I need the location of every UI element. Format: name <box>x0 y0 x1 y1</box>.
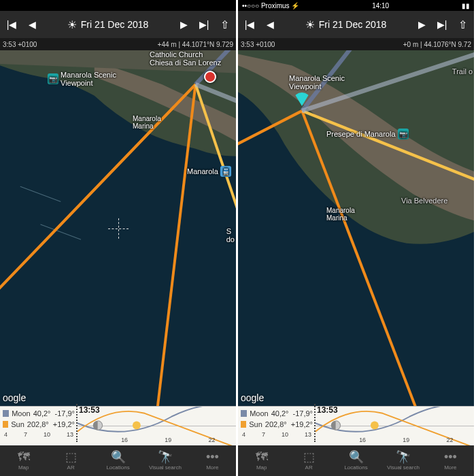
more-icon: ••• <box>206 451 219 463</box>
tab-more[interactable]: •••More <box>427 445 474 476</box>
share-button[interactable]: ⇧ <box>216 16 233 33</box>
tab-visual-search[interactable]: 🔭Visual search <box>379 445 426 476</box>
timeline-curves: 16 19 22 <box>316 407 474 445</box>
status-bar: ••○○○ Proximus ⚡ 14:10 ▮▮ <box>238 0 474 11</box>
map-pin-observer[interactable] <box>294 92 310 106</box>
skip-next-button[interactable]: ▶| <box>433 16 451 33</box>
legend-moon-row: Moon 40,2°-17,9° <box>3 408 75 419</box>
tab-ar[interactable]: ⬚AR <box>47 445 94 476</box>
map-pin-target[interactable] <box>204 71 216 83</box>
camera-icon: 📷 <box>48 73 58 84</box>
poi-viewpoint[interactable]: Manarola Scenic Viewpoint <box>289 74 345 90</box>
legend-sun-row: Sun 202,8°+19,2° <box>3 419 75 430</box>
tab-visual-search[interactable]: 🔭Visual search <box>141 445 188 476</box>
cube-icon: ⬚ <box>303 451 315 463</box>
poi-station[interactable]: Manarola 🚆 <box>187 166 231 177</box>
ephemeris-panel: Moon 40,2°-17,9° Sun 202,8°+19,2° 4 7 10… <box>238 406 474 445</box>
status-time: 14:10 <box>372 2 389 10</box>
train-icon: 🚆 <box>220 166 231 177</box>
poi-trail: Trail o <box>452 67 473 75</box>
cube-icon: ⬚ <box>65 451 77 463</box>
map-attribution: oogle <box>241 392 264 403</box>
svg-text:16: 16 <box>359 437 366 443</box>
search-icon: 🔍 <box>111 451 126 463</box>
info-coords: +44 m | 44.1071°N 9.729 <box>158 41 233 48</box>
date-bar: |◀ ◀ Fri 21 Dec 2018 ▶ ▶| ⇧ <box>238 11 474 38</box>
moon-swatch <box>3 410 9 417</box>
info-time: 3:53 +0100 <box>3 41 37 48</box>
sun-marker <box>133 422 141 430</box>
ephemeris-legend: Moon 40,2°-17,9° Sun 202,8°+19,2° 4 7 10… <box>0 407 78 445</box>
time-flag: 13:53 <box>79 405 100 415</box>
poi-viewpoint[interactable]: 📷 Manarola Scenic Viewpoint <box>48 71 116 87</box>
skip-next-button[interactable]: ▶| <box>195 16 213 33</box>
svg-text:22: 22 <box>209 437 216 443</box>
svg-text:19: 19 <box>403 437 409 443</box>
crosshair-icon <box>108 218 129 239</box>
right-pane: ••○○○ Proximus ⚡ 14:10 ▮▮ |◀ ◀ Fri 21 De… <box>238 0 476 476</box>
info-bar: 3:53 +0100 +44 m | 44.1071°N 9.729 <box>0 38 236 50</box>
poi-marina[interactable]: Manarola Marina <box>133 115 161 130</box>
tab-map[interactable]: 🗺Map <box>238 445 285 476</box>
date-bar: |◀ ◀ Fri 21 Dec 2018 ▶ ▶| ⇧ <box>0 11 236 38</box>
tab-more[interactable]: •••More <box>189 445 236 476</box>
poi-marina[interactable]: Manarola Marina <box>326 207 355 222</box>
date-label[interactable]: Fri 21 Dec 2018 <box>282 18 410 31</box>
status-bar <box>0 0 236 11</box>
ephemeris-timeline[interactable]: 13:53 16 19 22 <box>316 407 474 445</box>
sun-icon <box>305 18 315 31</box>
poi-belvedere[interactable]: Via Belvedere <box>401 197 447 205</box>
info-time: 3:53 +0100 <box>241 41 275 48</box>
skip-prev-button[interactable]: |◀ <box>241 16 258 33</box>
telescope-icon: 🔭 <box>396 451 411 463</box>
legend-ticks: 4 7 10 13 <box>241 431 313 438</box>
tab-bar: 🗺Map ⬚AR 🔍Locations 🔭Visual search •••Mo… <box>0 445 236 476</box>
camera-icon: 📷 <box>398 129 409 139</box>
poi-church[interactable]: Catholic Church Chiesa di San Lorenz <box>150 50 221 67</box>
prev-button[interactable]: ◀ <box>23 16 41 33</box>
map-terrain <box>238 50 474 406</box>
legend-sun-row: Sun 202,8°+19,2° <box>241 419 313 430</box>
svg-text:22: 22 <box>447 437 454 443</box>
share-button[interactable]: ⇧ <box>454 16 471 33</box>
next-button[interactable]: ▶ <box>175 16 192 33</box>
map-view[interactable]: 📷 Manarola Scenic Viewpoint Catholic Chu… <box>0 50 236 406</box>
telescope-icon: 🔭 <box>158 451 173 463</box>
date-label[interactable]: Fri 21 Dec 2018 <box>44 18 172 31</box>
legend-moon-row: Moon 40,2°-17,9° <box>241 408 313 419</box>
tab-locations[interactable]: 🔍Locations <box>333 445 379 476</box>
ephemeris-legend: Moon 40,2°-17,9° Sun 202,8°+19,2° 4 7 10… <box>238 407 316 445</box>
left-pane: |◀ ◀ Fri 21 Dec 2018 ▶ ▶| ⇧ 3:53 +0100 +… <box>0 0 238 476</box>
tab-map[interactable]: 🗺Map <box>0 445 47 476</box>
sun-icon <box>67 18 77 31</box>
poi-edge: S do <box>226 227 235 243</box>
map-attribution: oogle <box>3 392 26 403</box>
tab-bar: 🗺Map ⬚AR 🔍Locations 🔭Visual search •••Mo… <box>238 445 474 476</box>
ephemeris-panel: Moon 40,2°-17,9° Sun 202,8°+19,2° 4 7 10… <box>0 406 236 445</box>
next-button[interactable]: ▶ <box>413 16 430 33</box>
timeline-curves: 16 19 22 <box>78 407 236 445</box>
info-coords: +0 m | 44.1076°N 9.72 <box>403 41 471 48</box>
status-carrier: ••○○○ Proximus ⚡ <box>242 2 299 10</box>
poi-presepe[interactable]: Presepe di Manarola 📷 <box>326 129 409 139</box>
moon-swatch <box>241 410 247 417</box>
info-bar: 3:53 +0100 +0 m | 44.1076°N 9.72 <box>238 38 474 50</box>
svg-text:16: 16 <box>121 437 128 443</box>
map-view[interactable]: Manarola Scenic Viewpoint Presepe di Man… <box>238 50 474 406</box>
tab-ar[interactable]: ⬚AR <box>285 445 332 476</box>
prev-button[interactable]: ◀ <box>261 16 279 33</box>
search-icon: 🔍 <box>349 451 364 463</box>
ephemeris-timeline[interactable]: 13:53 16 19 22 <box>78 407 236 445</box>
more-icon: ••• <box>444 451 457 463</box>
time-flag: 13:53 <box>317 405 338 415</box>
sun-swatch <box>3 421 8 428</box>
map-icon: 🗺 <box>18 451 30 463</box>
skip-prev-button[interactable]: |◀ <box>3 16 20 33</box>
sun-swatch <box>241 421 246 428</box>
svg-point-22 <box>371 422 379 430</box>
tab-locations[interactable]: 🔍Locations <box>95 445 141 476</box>
legend-ticks: 4 7 10 13 <box>3 431 75 438</box>
status-right: ▮▮ <box>462 2 470 10</box>
svg-text:19: 19 <box>165 437 171 443</box>
map-icon: 🗺 <box>256 451 268 463</box>
